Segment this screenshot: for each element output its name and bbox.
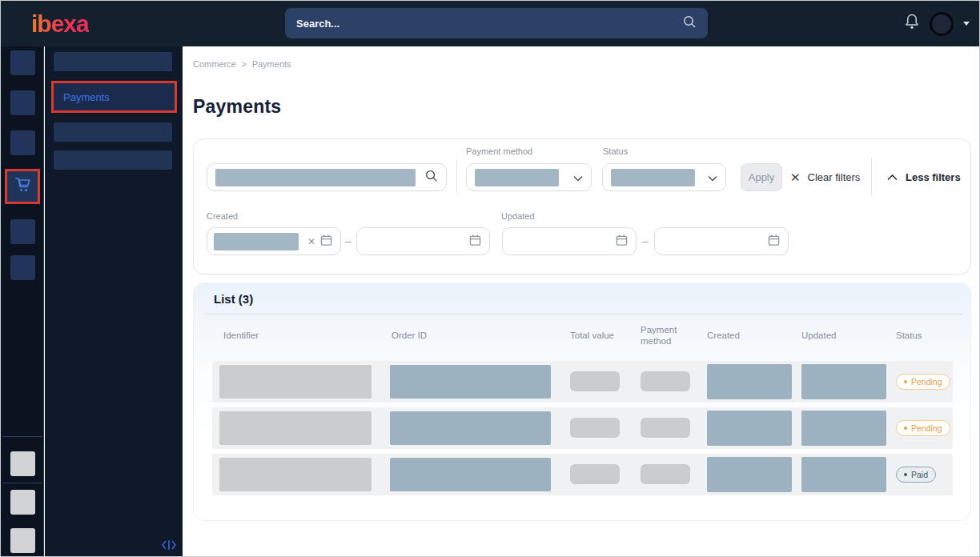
nav-item-3[interactable] <box>10 130 35 155</box>
nav-bottom-item-3[interactable] <box>10 528 35 553</box>
redacted-total-value <box>570 371 620 391</box>
created-from-date-input[interactable]: ✕ <box>207 227 341 255</box>
submenu-item-4[interactable] <box>54 150 172 170</box>
sidebar-item-payments[interactable]: Payments <box>63 91 110 103</box>
redacted-identifier <box>219 458 372 491</box>
redacted-created <box>707 364 792 399</box>
search-icon[interactable] <box>682 14 697 32</box>
redacted-search-value <box>215 169 416 186</box>
calendar-icon[interactable] <box>616 234 628 250</box>
status-badge-label: Paid <box>911 470 928 479</box>
rail-divider <box>2 483 42 483</box>
created-label: Created <box>207 211 238 221</box>
chevron-down-icon <box>573 170 583 185</box>
commerce-submenu: Payments <box>45 46 183 557</box>
redacted-updated <box>801 411 886 446</box>
close-icon: ✕ <box>790 170 801 185</box>
status-badge: Paid <box>896 467 936 483</box>
created-to-date-input[interactable] <box>356 227 490 255</box>
filter-divider <box>456 160 457 194</box>
filters-panel: Payment method Status Apply ✕ Clear filt… <box>193 138 971 274</box>
user-menu-caret-icon[interactable] <box>963 22 970 26</box>
updated-label: Updated <box>501 211 535 221</box>
submenu-item-1[interactable] <box>54 52 172 71</box>
breadcrumb-payments[interactable]: Payments <box>252 59 291 69</box>
chevron-down-icon <box>708 170 717 185</box>
calendar-icon[interactable] <box>320 234 332 250</box>
updated-to-date-input[interactable] <box>654 227 789 255</box>
date-range-separator: – <box>345 234 351 247</box>
submenu-payments-annotation: Payments <box>51 81 177 113</box>
main-nav-rail <box>1 46 44 557</box>
status-badge-label: Pending <box>911 423 942 433</box>
payment-row[interactable]: Pending <box>212 407 953 449</box>
col-status: Status <box>896 330 922 341</box>
filter-divider <box>871 158 872 195</box>
redacted-created <box>707 457 792 492</box>
status-dot <box>904 427 907 430</box>
search-icon[interactable] <box>424 169 438 186</box>
updated-from-date-input[interactable] <box>502 227 637 255</box>
col-updated: Updated <box>801 330 836 341</box>
status-dropdown[interactable] <box>602 163 726 191</box>
nav-item-2[interactable] <box>10 90 35 115</box>
nav-bottom-item-2[interactable] <box>10 490 35 515</box>
app-window: ibexa <box>0 0 980 557</box>
rail-divider <box>2 436 42 437</box>
global-search-input[interactable] <box>296 18 682 30</box>
status-badge: Pending <box>896 420 950 436</box>
submenu-item-3[interactable] <box>54 122 172 142</box>
col-total-value: Total value <box>570 330 614 341</box>
filter-search-field[interactable] <box>207 163 447 191</box>
clear-filters-label: Clear filters <box>808 171 861 183</box>
list-heading: List (3) <box>214 292 253 306</box>
redacted-total-value <box>570 464 620 484</box>
col-created: Created <box>707 330 740 341</box>
calendar-icon[interactable] <box>469 234 481 250</box>
apply-button[interactable]: Apply <box>741 163 782 191</box>
col-payment-method: Payment method <box>641 324 687 347</box>
less-filters-button[interactable]: Less filters <box>887 163 961 191</box>
col-identifier: Identifier <box>223 330 259 341</box>
ibexa-logo[interactable]: ibexa <box>31 10 89 38</box>
calendar-icon[interactable] <box>768 234 780 250</box>
payment-method-label: Payment method <box>466 146 532 156</box>
nav-item-1[interactable] <box>10 50 35 75</box>
redacted-status-value <box>611 169 695 186</box>
breadcrumb-commerce[interactable]: Commerce <box>193 59 236 69</box>
user-avatar[interactable] <box>930 12 954 36</box>
col-order-id: Order ID <box>392 330 427 341</box>
redacted-created <box>707 411 792 446</box>
status-dot <box>904 380 907 383</box>
clear-filters-button[interactable]: ✕ Clear filters <box>790 163 860 191</box>
less-filters-label: Less filters <box>906 171 961 183</box>
redacted-updated <box>801 457 886 492</box>
date-range-separator: – <box>642 234 649 247</box>
sidebar-collapse-icon[interactable] <box>162 539 176 554</box>
commerce-nav-annotation <box>5 169 40 204</box>
nav-bottom-item-1[interactable] <box>10 451 35 476</box>
redacted-payment-method <box>641 371 690 391</box>
nav-item-6[interactable] <box>10 255 35 280</box>
chevron-up-icon <box>887 171 898 183</box>
redacted-date-value <box>214 233 299 250</box>
redacted-identifier <box>219 365 372 399</box>
breadcrumb-separator: > <box>242 60 247 69</box>
redacted-updated <box>801 364 886 399</box>
payment-method-dropdown[interactable] <box>466 163 592 191</box>
list-divider <box>204 314 962 315</box>
topbar-actions <box>904 1 970 46</box>
redacted-order-id <box>390 365 551 399</box>
redacted-payment-method <box>641 464 690 484</box>
breadcrumb: Commerce > Payments <box>193 59 291 69</box>
status-badge-label: Pending <box>911 377 942 387</box>
payment-row[interactable]: Pending <box>212 361 953 403</box>
nav-item-5[interactable] <box>10 219 35 244</box>
payment-row[interactable]: Paid <box>212 454 953 495</box>
bell-icon[interactable] <box>904 13 920 34</box>
redacted-identifier <box>219 411 372 445</box>
clear-date-icon[interactable]: ✕ <box>307 236 315 247</box>
cart-icon[interactable] <box>13 175 32 198</box>
status-label: Status <box>603 146 628 156</box>
global-search[interactable] <box>285 8 708 38</box>
